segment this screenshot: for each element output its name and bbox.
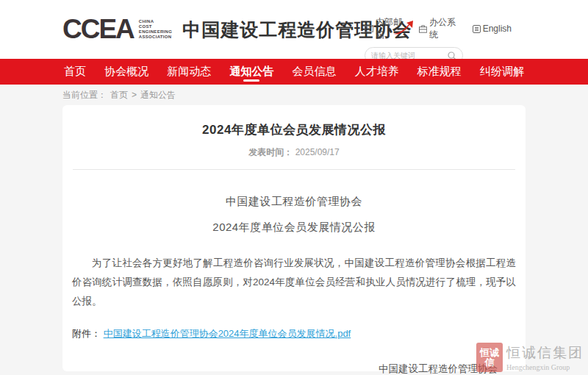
hengchengxin-seal-icon: 恒诚 信 — [476, 343, 503, 372]
article-card: 2024年度单位会员发展情况公报 发表时间： 2025/09/17 中国建设工程… — [62, 105, 526, 371]
nav-item-members[interactable]: 会员信息 — [291, 59, 338, 85]
attachment-line: 附件： 中国建设工程造价管理协会2024年度单位会员发展情况.pdf — [72, 327, 516, 340]
book-icon — [473, 25, 481, 33]
internal-mail-link[interactable]: 内部邮箱 — [365, 16, 409, 41]
article-body-heading-1: 中国建设工程造价管理协会 — [62, 195, 526, 209]
breadcrumb-current: 通知公告 — [140, 89, 176, 101]
publish-date: 2025/09/17 — [295, 147, 340, 157]
watermark-text: 恒诚信集团 Hengchengxin Group — [506, 343, 584, 371]
watermark-name-en: Hengchengxin Group — [506, 363, 584, 371]
briefcase-icon — [419, 25, 427, 33]
breadcrumb-prefix: 当前位置： — [62, 89, 107, 101]
nav-item-standards[interactable]: 标准规程 — [416, 59, 463, 85]
main-nav: 首页 协会概况 新闻动态 通知公告 会员信息 人才培养 标准规程 纠纷调解 — [0, 59, 588, 85]
attachment-pdf-link[interactable]: 中国建设工程造价管理协会2024年度单位会员发展情况.pdf — [104, 328, 351, 339]
logo-subtext: CHINA COST ENGINEERING ASSOCIATION — [139, 19, 172, 40]
attachment-label: 附件： — [72, 328, 101, 339]
header-right: 内部邮箱 办公系统 English — [365, 16, 512, 64]
seal-text-line2: 信 — [485, 357, 495, 367]
watermark: 恒诚 信 恒诚信集团 Hengchengxin Group — [476, 343, 584, 372]
breadcrumb-home[interactable]: 首页 — [110, 89, 128, 101]
english-link[interactable]: English — [473, 24, 512, 34]
nav-item-training[interactable]: 人才培养 — [354, 59, 401, 85]
nav-item-about[interactable]: 协会概况 — [103, 59, 150, 85]
site-header: CCEA CHINA COST ENGINEERING ASSOCIATION … — [0, 0, 588, 59]
signature-org: 中国建设工程造价管理协会 — [62, 362, 498, 375]
quick-link-label: 办公系统 — [429, 16, 462, 41]
office-system-link[interactable]: 办公系统 — [419, 16, 462, 41]
signature-block: 中国建设工程造价管理协会 2025年9月17日 — [62, 362, 526, 375]
publish-line: 发表时间： 2025/09/17 — [62, 146, 526, 159]
quick-links: 内部邮箱 办公系统 English — [365, 16, 512, 41]
nav-item-notices[interactable]: 通知公告 — [228, 59, 275, 85]
logo-acronym: CCEA — [62, 15, 134, 44]
publish-label: 发表时间： — [248, 147, 293, 157]
title-divider — [73, 169, 515, 170]
article-title: 2024年度单位会员发展情况公报 — [62, 121, 526, 138]
main-nav-inner: 首页 协会概况 新闻动态 通知公告 会员信息 人才培养 标准规程 纠纷调解 — [62, 59, 526, 85]
article-paragraph: 为了让社会各方更好地了解工程造价咨询行业发展状况，中国建设工程造价管理协会根据工… — [72, 254, 516, 311]
logo[interactable]: CCEA CHINA COST ENGINEERING ASSOCIATION … — [62, 15, 412, 44]
nav-item-news[interactable]: 新闻动态 — [165, 59, 212, 85]
article-body-heading-2: 2024年度单位会员发展情况公报 — [62, 221, 526, 235]
breadcrumb: 当前位置： 首页 > 通知公告 — [62, 85, 176, 105]
nav-item-home[interactable]: 首页 — [62, 59, 87, 85]
breadcrumb-separator: > — [132, 90, 137, 100]
watermark-name-cn: 恒诚信集团 — [506, 343, 584, 362]
quick-link-label: 内部邮箱 — [376, 16, 409, 41]
mail-icon — [365, 25, 373, 32]
quick-link-label: English — [483, 24, 512, 34]
nav-item-mediation[interactable]: 纠纷调解 — [478, 59, 526, 85]
